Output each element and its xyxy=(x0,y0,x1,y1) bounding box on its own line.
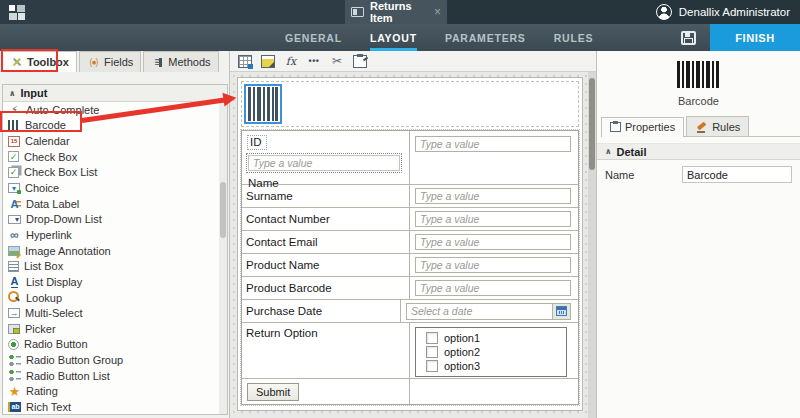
tab-rules-label: Rules xyxy=(712,121,740,133)
toolbox-item-radio-button-group[interactable]: Radio Button Group xyxy=(3,352,219,368)
toolbox-item-lookup[interactable]: Lookup xyxy=(3,290,219,306)
table-row-submit: Submit xyxy=(242,379,578,404)
property-name-label: Name xyxy=(605,169,634,181)
dropdown-icon xyxy=(8,215,21,224)
save-icon[interactable] xyxy=(681,31,696,45)
section-detail-header[interactable]: ∧ Detail xyxy=(597,143,800,160)
tools-icon xyxy=(10,56,23,69)
toolbox-scrollbar-thumb[interactable] xyxy=(220,182,226,238)
picker-icon xyxy=(8,324,20,334)
submit-button[interactable]: Submit xyxy=(247,383,299,401)
toolbox-item-rating[interactable]: Rating xyxy=(3,384,219,400)
option1-row: option1 xyxy=(426,332,566,344)
toolbox-item-multi-select[interactable]: Multi-Select xyxy=(3,305,219,321)
toolbox-item-image-annotation[interactable]: Image Annotation xyxy=(3,243,219,259)
design-canvas-pane: ID Name Surname xyxy=(230,51,596,418)
name-textbox-selected[interactable] xyxy=(246,153,402,173)
toolbox-item-drop-down-list[interactable]: Drop-Down List xyxy=(3,211,219,227)
tab-general[interactable]: GENERAL xyxy=(285,24,342,51)
properties-icon xyxy=(610,122,621,132)
toolbox-item-radio-button[interactable]: Radio Button xyxy=(3,337,219,353)
contact-email-text-input[interactable] xyxy=(415,234,571,250)
user-avatar[interactable] xyxy=(656,4,672,20)
tab-rules-panel[interactable]: Rules xyxy=(686,116,749,136)
row-label: Return Option xyxy=(242,323,410,378)
design-canvas[interactable]: ID Name Surname xyxy=(230,72,596,418)
finish-button[interactable]: FINISH xyxy=(710,24,800,51)
tab-parameters[interactable]: PARAMETERS xyxy=(445,24,526,51)
checkbox-icon xyxy=(8,151,19,162)
toolbox-item-check-box-list[interactable]: Check Box List xyxy=(3,165,219,181)
star-icon xyxy=(8,385,21,398)
tab-properties[interactable]: Properties xyxy=(601,117,684,137)
purchase-date-input[interactable] xyxy=(407,304,552,319)
table-edit-icon[interactable] xyxy=(238,55,252,68)
barcode-glyph xyxy=(248,87,278,121)
property-name-input[interactable] xyxy=(682,166,792,183)
name-text-input[interactable] xyxy=(248,155,400,171)
option3-checkbox[interactable] xyxy=(426,360,438,372)
row-label: Contact Email xyxy=(242,231,410,253)
toolbox-item-check-box[interactable]: Check Box xyxy=(3,149,219,165)
barcode-view-row[interactable] xyxy=(241,81,579,127)
designer-navbar: GENERAL LAYOUT PARAMETERS RULES FINISH xyxy=(0,24,800,51)
tab-toolbox[interactable]: Toolbox xyxy=(2,51,77,72)
barcode-control-selected[interactable] xyxy=(244,84,282,124)
radio-icon xyxy=(8,339,19,350)
toolbox-item-list-box[interactable]: List Box xyxy=(3,258,219,274)
toolbox-item-calendar[interactable]: Calendar xyxy=(3,133,219,149)
cell-id-name[interactable]: ID Name xyxy=(242,131,410,184)
surname-text-input[interactable] xyxy=(415,188,571,204)
id-text-input[interactable] xyxy=(415,136,571,152)
view-settings-icon[interactable] xyxy=(261,55,275,68)
toolbox-item-hyperlink[interactable]: Hyperlink xyxy=(3,227,219,243)
product-barcode-text-input[interactable] xyxy=(415,280,571,296)
canvas-scrollbar[interactable] xyxy=(588,72,596,418)
toolbox-item-rich-text[interactable]: Rich Text xyxy=(3,399,219,414)
contact-number-text-input[interactable] xyxy=(415,211,571,227)
toolbox-scrollbar[interactable] xyxy=(219,102,227,414)
canvas-scrollbar-thumb[interactable] xyxy=(589,78,595,170)
toolbox-item-choice[interactable]: Choice xyxy=(3,180,219,196)
table-row-product-barcode: Product Barcode xyxy=(242,277,578,300)
tab-rules[interactable]: RULES xyxy=(554,24,594,51)
app-header: Returns Item × Denallix Administrator xyxy=(0,0,800,24)
radio-group-icon xyxy=(8,354,21,367)
tab-fields-label: Fields xyxy=(104,56,133,68)
paste-icon[interactable] xyxy=(353,55,367,68)
row-label: Product Barcode xyxy=(242,277,410,299)
date-picker-button[interactable] xyxy=(552,304,570,319)
tab-layout[interactable]: LAYOUT xyxy=(370,24,417,51)
cut-icon[interactable] xyxy=(330,55,344,68)
tab-methods[interactable]: Methods xyxy=(143,51,218,72)
option1-checkbox[interactable] xyxy=(426,332,438,344)
properties-panel: Barcode Properties Rules ∧ Detail Name xyxy=(596,51,800,418)
table-row-return-option: Return Option option1 option2 option3 xyxy=(242,323,578,379)
product-name-text-input[interactable] xyxy=(415,257,571,273)
cell-id-input[interactable] xyxy=(410,131,578,184)
chevron-up-icon: ∧ xyxy=(9,89,16,98)
expression-icon[interactable] xyxy=(284,55,298,68)
tab-fields[interactable]: Fields xyxy=(79,51,141,72)
toolbox-item-auto-complete[interactable]: Auto-Complete xyxy=(3,102,219,118)
toolbox-item-data-label[interactable]: Data Label xyxy=(3,196,219,212)
toolbox-item-picker[interactable]: Picker xyxy=(3,321,219,337)
toolbox-item-radio-button-list[interactable]: Radio Button List xyxy=(3,368,219,384)
barcode-icon xyxy=(8,120,20,131)
close-icon[interactable]: × xyxy=(434,5,441,19)
section-input-header[interactable]: ∧ Input xyxy=(3,85,227,102)
rich-text-icon xyxy=(8,402,21,412)
id-label-selected[interactable]: ID xyxy=(247,135,267,150)
option3-row: option3 xyxy=(426,360,566,372)
header-left xyxy=(0,0,345,24)
option2-row: option2 xyxy=(426,346,566,358)
toolbox-item-list-display[interactable]: List Display xyxy=(3,274,219,290)
image-annotation-icon xyxy=(8,246,20,256)
selected-control-preview: Barcode xyxy=(597,51,800,107)
more-options-icon[interactable] xyxy=(307,55,321,68)
tab-methods-label: Methods xyxy=(168,56,210,68)
option2-checkbox[interactable] xyxy=(426,346,438,358)
toolbox-item-barcode[interactable]: Barcode xyxy=(3,118,219,134)
document-tab[interactable]: Returns Item × xyxy=(345,0,447,24)
checkbox-list-control[interactable]: option1 option2 option3 xyxy=(415,327,567,377)
